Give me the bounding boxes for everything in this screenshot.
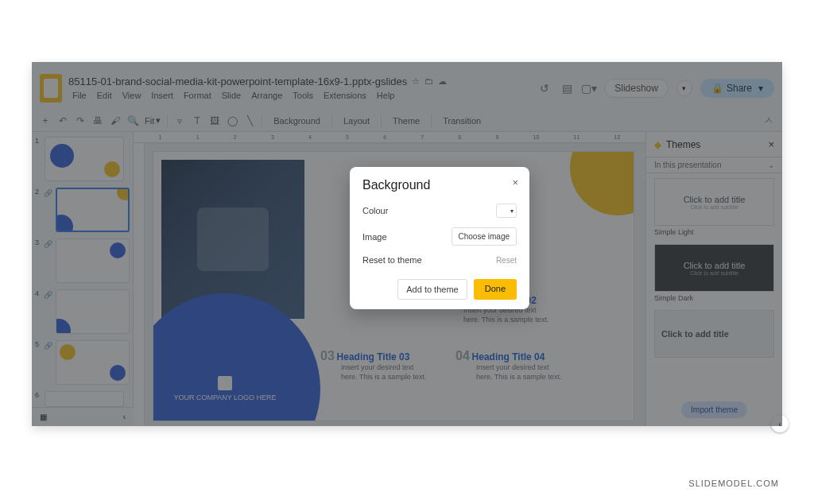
menu-format[interactable]: Format <box>180 89 215 102</box>
hide-menus-icon[interactable]: ㅅ <box>763 114 774 127</box>
theme-item-light2[interactable]: Click to add title <box>654 310 774 358</box>
folder-icon[interactable]: 🗀 <box>424 76 433 86</box>
ruler-tick: 10 <box>533 134 540 140</box>
ruler-tick: 8 <box>458 134 461 140</box>
menu-extensions[interactable]: Extensions <box>320 89 370 102</box>
ruler-tick: 1 <box>159 134 162 140</box>
slideshow-dropdown[interactable]: ▾ <box>676 80 692 96</box>
select-icon[interactable]: ▿ <box>174 115 185 126</box>
separator <box>167 114 168 127</box>
text-02b: here. This is a sample text. <box>463 316 548 325</box>
thumbnail-2[interactable] <box>56 188 130 232</box>
content-block-04: 04 Heading Title 04 Insert your desired … <box>455 349 561 382</box>
app-window: 85115-01-brand-social-media-kit-powerpoi… <box>32 62 782 426</box>
choose-image-button[interactable]: Choose image <box>452 227 517 246</box>
grid-icon[interactable]: ▦ <box>40 413 47 421</box>
image-row: Image Choose image <box>362 227 517 246</box>
text-03b: here. This is a sample text. <box>341 373 426 382</box>
company-logo-placeholder <box>218 376 232 390</box>
ruler-tick: 3 <box>271 134 274 140</box>
themes-sub-label: In this presentation <box>654 161 722 169</box>
share-button[interactable]: 🔒 Share ▾ <box>700 79 774 98</box>
menu-file[interactable]: File <box>68 89 91 102</box>
shape-icon[interactable]: ◯ <box>227 115 238 126</box>
menu-help[interactable]: Help <box>373 89 399 102</box>
background-dialog: Background × Colour ▾ Image Choose image… <box>350 167 529 309</box>
theme-item-light[interactable]: Click to add title Click to add subtitle… <box>654 178 774 236</box>
line-icon[interactable]: ╲ <box>244 115 255 126</box>
chevron-down-icon: ⌄ <box>768 161 774 169</box>
thumb-number: 4 <box>35 289 41 297</box>
company-logo-text: YOUR COMPANY LOGO HERE <box>173 394 276 401</box>
explore-fab[interactable]: ‹ <box>771 415 789 432</box>
print-icon[interactable]: 🖶 <box>92 115 103 126</box>
menu-tools[interactable]: Tools <box>289 89 317 102</box>
content-block-03: 03 Heading Title 03 Insert your desired … <box>320 349 426 382</box>
choose-label: Choose image <box>459 232 510 241</box>
link-icon: 🔗 <box>44 342 52 350</box>
theme-list: Click to add title Click to add subtitle… <box>646 173 782 397</box>
app-header: 85115-01-brand-social-media-kit-powerpoi… <box>32 62 782 110</box>
star-icon[interactable]: ☆ <box>412 76 420 87</box>
slideshow-button[interactable]: Slideshow <box>604 79 669 98</box>
yellow-circle <box>570 151 634 215</box>
theme-button[interactable]: Theme <box>388 114 424 127</box>
layout-button[interactable]: Layout <box>339 114 374 127</box>
undo-icon[interactable]: ↶ <box>57 115 68 126</box>
reset-label: Reset to theme <box>362 255 422 265</box>
meet-icon[interactable]: ▢▾ <box>582 81 596 95</box>
new-slide-icon[interactable]: + <box>40 115 51 126</box>
text-03a: Insert your desired text <box>341 363 426 373</box>
theme-preview: Click to add title Click to add subtitle <box>654 244 774 292</box>
thumbnail-1[interactable] <box>45 137 124 181</box>
close-icon[interactable]: × <box>512 176 518 188</box>
theme-item-dark[interactable]: Click to add title Click to add subtitle… <box>654 244 774 302</box>
zoom-fit[interactable]: Fit ▾ <box>145 115 161 126</box>
document-title[interactable]: 85115-01-brand-social-media-kit-powerpoi… <box>68 76 407 87</box>
toolbar: + ↶ ↷ 🖶 🖌 🔍 Fit ▾ ▿ T 🖼 ◯ ╲ Background L… <box>32 110 782 132</box>
thumbnail-3[interactable] <box>56 238 130 283</box>
image-icon[interactable]: 🖼 <box>209 115 220 126</box>
close-panel-icon[interactable]: × <box>768 138 774 150</box>
chevron-down-icon: ▾ <box>156 115 161 126</box>
ruler-tick: 2 <box>234 134 237 140</box>
textbox-icon[interactable]: T <box>192 115 203 126</box>
menu-slide[interactable]: Slide <box>218 89 245 102</box>
thumb-number: 6 <box>35 391 41 399</box>
comments-icon[interactable]: ▤ <box>560 81 574 95</box>
menu-insert[interactable]: Insert <box>147 89 177 102</box>
done-button[interactable]: Done <box>474 279 517 300</box>
thumb-number: 5 <box>35 340 41 348</box>
menu-view[interactable]: View <box>118 89 145 102</box>
menu-edit[interactable]: Edit <box>93 89 116 102</box>
themes-header: ◆Themes × <box>646 132 782 157</box>
slide-thumbnails: 1 2🔗 3🔗 4🔗 5🔗 6 ▦ ‹ <box>32 132 134 426</box>
paint-icon[interactable]: 🖌 <box>110 115 121 126</box>
dialog-footer: Add to theme Done <box>362 279 517 300</box>
colour-swatch[interactable]: ▾ <box>496 204 517 218</box>
history-icon[interactable]: ↺ <box>537 81 552 95</box>
zoom-icon[interactable]: 🔍 <box>127 115 138 126</box>
header-actions: ↺ ▤ ▢▾ Slideshow ▾ 🔒 Share ▾ <box>537 79 774 98</box>
link-icon: 🔗 <box>44 240 52 248</box>
transition-button[interactable]: Transition <box>438 114 486 127</box>
num-03: 03 <box>320 349 335 362</box>
ruler-tick: 6 <box>383 134 386 140</box>
add-to-theme-button[interactable]: Add to theme <box>397 279 467 300</box>
text-04b: here. This is a sample text. <box>476 373 561 382</box>
document-title-row: 85115-01-brand-social-media-kit-powerpoi… <box>68 76 537 87</box>
ruler-horizontal: 1123456789101112 <box>134 132 645 143</box>
thumbnail-4[interactable] <box>56 289 130 334</box>
redo-icon[interactable]: ↷ <box>75 115 86 126</box>
preview-title: Click to add title <box>661 329 729 339</box>
menu-arrange[interactable]: Arrange <box>247 89 286 102</box>
cloud-icon[interactable]: ☁ <box>438 76 447 87</box>
reset-button[interactable]: Reset <box>496 256 517 265</box>
themes-section[interactable]: In this presentation ⌄ <box>646 157 782 173</box>
thumbnail-5[interactable] <box>56 340 130 385</box>
thumbnail-6[interactable] <box>45 391 124 407</box>
thumb-bottom-bar: ▦ ‹ <box>32 407 134 426</box>
import-theme-button[interactable]: Import theme <box>681 401 747 418</box>
background-button[interactable]: Background <box>269 114 325 127</box>
collapse-icon[interactable]: ‹ <box>123 413 126 421</box>
